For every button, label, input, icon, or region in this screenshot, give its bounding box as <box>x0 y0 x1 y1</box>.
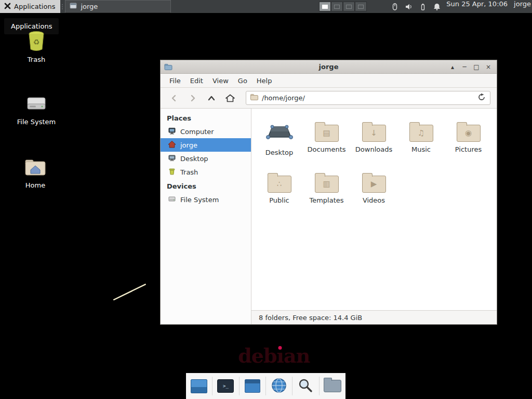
desktop-monitor-icon <box>168 154 176 164</box>
file-item-music[interactable]: ♫ Music <box>397 117 445 168</box>
back-button[interactable] <box>167 91 181 105</box>
desktop-icon-trash[interactable]: ♻ Trash <box>11 28 61 63</box>
menu-edit[interactable]: Edit <box>185 75 208 87</box>
sidebar-item-label: Computer <box>180 128 214 136</box>
side-pane: Places Computer jorge Desktop <box>161 109 251 324</box>
dock-web-browser[interactable] <box>269 377 289 395</box>
file-item-label: Public <box>269 196 289 204</box>
svg-text:♻: ♻ <box>33 38 40 46</box>
file-item-documents[interactable]: ▤ Documents <box>303 117 350 168</box>
applications-menu-icon <box>4 3 11 11</box>
menu-file[interactable]: File <box>165 75 185 87</box>
file-item-templates[interactable]: ▥ Templates <box>303 168 350 219</box>
sidebar-item-file-system[interactable]: File System <box>161 193 251 206</box>
file-item-label: Templates <box>309 196 343 204</box>
minimize-button[interactable]: ─ <box>461 63 468 71</box>
file-item-label: Videos <box>363 196 385 204</box>
icon-view[interactable]: Desktop ▤ Documents ↓ Downloads ♫ Music … <box>251 109 497 310</box>
applications-menu-button[interactable]: Applications <box>0 0 60 13</box>
workspace-2[interactable] <box>331 2 343 11</box>
desktop-switcher-icon <box>191 379 207 393</box>
sidebar-item-desktop[interactable]: Desktop <box>161 152 251 165</box>
panel-spacer <box>171 0 319 13</box>
dock-separator <box>292 377 292 395</box>
location-bar[interactable]: /home/jorge/ <box>246 91 490 105</box>
file-item-pictures[interactable]: ◉ Pictures <box>445 117 492 168</box>
folder-icon: ◉ <box>457 125 481 142</box>
sidebar-item-label: Desktop <box>180 155 208 163</box>
taskbar-window-title: jorge <box>81 3 98 10</box>
file-item-downloads[interactable]: ↓ Downloads <box>350 117 397 168</box>
folder-icon: ▥ <box>315 176 339 193</box>
places-header: Places <box>161 111 251 125</box>
file-item-desktop[interactable]: Desktop <box>256 117 303 168</box>
menu-view[interactable]: View <box>208 75 233 87</box>
dock-window-manager[interactable] <box>243 377 262 395</box>
file-item-label: Documents <box>307 145 345 153</box>
workspace-1[interactable] <box>319 2 331 11</box>
workspace-pager <box>319 0 367 13</box>
file-item-label: Desktop <box>265 149 294 156</box>
file-item-label: Downloads <box>355 145 392 153</box>
workspace-4[interactable] <box>355 2 367 11</box>
mouse-icon[interactable] <box>391 3 399 11</box>
sidebar-item-label: Trash <box>180 168 198 176</box>
right-pane: Desktop ▤ Documents ↓ Downloads ♫ Music … <box>251 109 497 324</box>
dock-separator <box>239 377 240 395</box>
sidebar-item-computer[interactable]: Computer <box>161 125 251 138</box>
desktop-icon-file-system[interactable]: File System <box>11 90 61 126</box>
up-button[interactable] <box>204 91 218 105</box>
status-bar: 8 folders, Free space: 14.4 GiB <box>251 310 497 324</box>
desktop-special-icon <box>266 120 293 145</box>
download-arrow-glyph: ↓ <box>370 129 377 137</box>
file-manager-icon <box>324 380 341 392</box>
menu-bar: File Edit View Go Help <box>161 74 497 88</box>
shade-button[interactable]: ▴ <box>449 63 456 71</box>
maximize-button[interactable]: □ <box>473 63 480 71</box>
video-glyph: ▶ <box>371 180 377 188</box>
battery-icon[interactable] <box>419 3 427 11</box>
camera-glyph: ◉ <box>465 129 472 137</box>
sidebar-item-trash[interactable]: Trash <box>161 165 251 179</box>
menu-help[interactable]: Help <box>252 75 277 87</box>
globe-icon <box>271 377 287 395</box>
close-button[interactable]: × <box>485 63 492 71</box>
debian-logo-text: deb <box>238 344 276 367</box>
dock-application-finder[interactable] <box>296 377 315 395</box>
file-item-videos[interactable]: ▶ Videos <box>350 168 397 219</box>
panel-user-menu[interactable]: jorge <box>514 0 531 13</box>
desktop-icon-home[interactable]: Home <box>10 154 60 189</box>
window-titlebar[interactable]: jorge ▴ ─ □ × <box>161 60 497 74</box>
desktop-icon-label: Trash <box>11 56 61 63</box>
dock-desktop-switcher[interactable] <box>189 377 209 395</box>
system-tray <box>391 0 441 13</box>
trash-icon: ♻ <box>11 28 61 53</box>
workspace-3[interactable] <box>343 2 355 11</box>
magnifier-icon <box>298 378 313 395</box>
debian-red-dot <box>278 346 282 350</box>
file-manager-window: jorge ▴ ─ □ × File Edit View Go Help <box>160 60 497 325</box>
path-folder-icon <box>250 94 258 102</box>
panel-clock[interactable]: Sun 25 Apr, 10:06 <box>446 0 508 13</box>
taskbar-window-button[interactable]: jorge <box>65 0 171 13</box>
dock-terminal[interactable]: >_ <box>216 377 235 395</box>
home-button[interactable] <box>223 91 237 105</box>
status-text: 8 folders, Free space: 14.4 GiB <box>259 314 362 322</box>
forward-button[interactable] <box>185 91 200 105</box>
bottom-dock: >_ <box>186 373 345 399</box>
panel-handle[interactable] <box>60 0 64 13</box>
current-path[interactable]: /home/jorge/ <box>262 94 474 102</box>
volume-icon[interactable] <box>405 3 413 11</box>
window-mini-icon <box>70 3 77 10</box>
sidebar-item-label: jorge <box>180 141 197 149</box>
dock-file-manager[interactable] <box>323 377 342 395</box>
reload-icon[interactable] <box>477 93 486 103</box>
file-item-label: Pictures <box>455 145 482 153</box>
notifications-bell-icon[interactable] <box>433 3 441 11</box>
menu-go[interactable]: Go <box>233 75 252 87</box>
folder-icon: ▶ <box>362 176 386 193</box>
window-body: Places Computer jorge Desktop <box>161 109 497 324</box>
window-manager-icon <box>245 379 260 393</box>
sidebar-item-jorge[interactable]: jorge <box>161 138 251 152</box>
file-item-public[interactable]: ∴ Public <box>256 168 303 219</box>
